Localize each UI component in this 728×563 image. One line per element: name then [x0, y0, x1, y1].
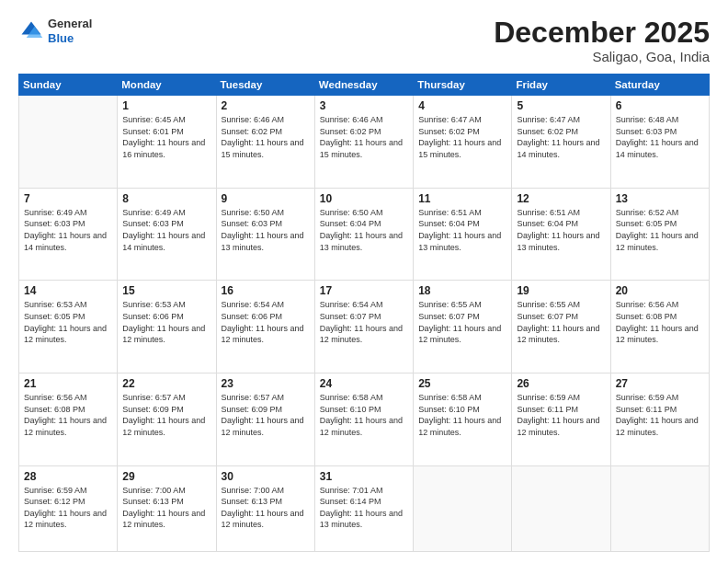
calendar-cell: [19, 96, 118, 189]
calendar-cell: 31Sunrise: 7:01 AM Sunset: 6:14 PM Dayli…: [314, 465, 413, 551]
header: General Blue December 2025 Saligao, Goa,…: [18, 17, 710, 64]
day-info: Sunrise: 6:56 AM Sunset: 6:08 PM Dayligh…: [24, 392, 112, 438]
month-title: December 2025: [494, 17, 710, 49]
logo-blue: Blue: [48, 31, 92, 46]
day-info: Sunrise: 6:59 AM Sunset: 6:12 PM Dayligh…: [24, 485, 112, 531]
calendar-cell: 15Sunrise: 6:53 AM Sunset: 6:06 PM Dayli…: [118, 281, 216, 373]
day-number: 14: [24, 284, 112, 297]
calendar-cell: 27Sunrise: 6:59 AM Sunset: 6:11 PM Dayli…: [610, 373, 709, 466]
day-number: 9: [222, 192, 310, 205]
page: General Blue December 2025 Saligao, Goa,…: [0, 0, 728, 563]
day-number: 28: [24, 470, 112, 483]
day-info: Sunrise: 6:46 AM Sunset: 6:02 PM Dayligh…: [222, 114, 310, 160]
day-info: Sunrise: 6:50 AM Sunset: 6:04 PM Dayligh…: [320, 207, 408, 253]
day-number: 29: [122, 470, 210, 483]
calendar-week-4: 28Sunrise: 6:59 AM Sunset: 6:12 PM Dayli…: [19, 465, 710, 551]
day-info: Sunrise: 6:48 AM Sunset: 6:03 PM Dayligh…: [616, 114, 704, 160]
calendar-week-3: 21Sunrise: 6:56 AM Sunset: 6:08 PM Dayli…: [19, 373, 710, 466]
calendar-cell: 12Sunrise: 6:51 AM Sunset: 6:04 PM Dayli…: [512, 188, 610, 281]
calendar-cell: [512, 465, 610, 551]
calendar-cell: 23Sunrise: 6:57 AM Sunset: 6:09 PM Dayli…: [216, 373, 314, 466]
calendar-cell: 13Sunrise: 6:52 AM Sunset: 6:05 PM Dayli…: [610, 188, 709, 281]
day-number: 13: [616, 192, 704, 205]
day-info: Sunrise: 6:54 AM Sunset: 6:07 PM Dayligh…: [320, 299, 408, 345]
day-number: 6: [616, 99, 704, 112]
day-number: 30: [222, 470, 310, 483]
calendar-cell: 2Sunrise: 6:46 AM Sunset: 6:02 PM Daylig…: [216, 96, 314, 189]
day-number: 26: [517, 377, 605, 390]
calendar-header-row: SundayMondayTuesdayWednesdayThursdayFrid…: [19, 75, 710, 96]
calendar-cell: 21Sunrise: 6:56 AM Sunset: 6:08 PM Dayli…: [19, 373, 118, 466]
calendar-cell: 8Sunrise: 6:49 AM Sunset: 6:03 PM Daylig…: [118, 188, 216, 281]
calendar-week-2: 14Sunrise: 6:53 AM Sunset: 6:05 PM Dayli…: [19, 281, 710, 373]
title-block: December 2025 Saligao, Goa, India: [494, 17, 710, 64]
logo: General Blue: [18, 17, 92, 45]
calendar-cell: 6Sunrise: 6:48 AM Sunset: 6:03 PM Daylig…: [610, 96, 709, 189]
day-info: Sunrise: 6:59 AM Sunset: 6:11 PM Dayligh…: [616, 392, 704, 438]
day-info: Sunrise: 6:59 AM Sunset: 6:11 PM Dayligh…: [517, 392, 605, 438]
calendar-week-1: 7Sunrise: 6:49 AM Sunset: 6:03 PM Daylig…: [19, 188, 710, 281]
day-number: 8: [122, 192, 210, 205]
day-info: Sunrise: 6:45 AM Sunset: 6:01 PM Dayligh…: [122, 114, 210, 160]
calendar-cell: 25Sunrise: 6:58 AM Sunset: 6:10 PM Dayli…: [414, 373, 512, 466]
day-info: Sunrise: 6:51 AM Sunset: 6:04 PM Dayligh…: [517, 207, 605, 253]
day-number: 11: [418, 192, 506, 205]
calendar-cell: 1Sunrise: 6:45 AM Sunset: 6:01 PM Daylig…: [118, 96, 216, 189]
calendar-cell: 5Sunrise: 6:47 AM Sunset: 6:02 PM Daylig…: [512, 96, 610, 189]
calendar-cell: 16Sunrise: 6:54 AM Sunset: 6:06 PM Dayli…: [216, 281, 314, 373]
calendar-cell: [414, 465, 512, 551]
day-number: 12: [517, 192, 605, 205]
day-number: 16: [222, 284, 310, 297]
calendar-cell: 24Sunrise: 6:58 AM Sunset: 6:10 PM Dayli…: [314, 373, 413, 466]
col-header-friday: Friday: [512, 75, 610, 96]
day-number: 25: [418, 377, 506, 390]
col-header-sunday: Sunday: [19, 75, 118, 96]
calendar-cell: 19Sunrise: 6:55 AM Sunset: 6:07 PM Dayli…: [512, 281, 610, 373]
logo-general: General: [48, 17, 92, 31]
day-info: Sunrise: 6:53 AM Sunset: 6:06 PM Dayligh…: [122, 299, 210, 345]
day-number: 18: [418, 284, 506, 297]
day-number: 21: [24, 377, 112, 390]
day-info: Sunrise: 6:52 AM Sunset: 6:05 PM Dayligh…: [616, 207, 704, 253]
day-number: 20: [616, 284, 704, 297]
day-info: Sunrise: 6:47 AM Sunset: 6:02 PM Dayligh…: [418, 114, 506, 160]
day-number: 4: [418, 99, 506, 112]
calendar-cell: 11Sunrise: 6:51 AM Sunset: 6:04 PM Dayli…: [414, 188, 512, 281]
day-info: Sunrise: 6:49 AM Sunset: 6:03 PM Dayligh…: [24, 207, 112, 253]
calendar-cell: 4Sunrise: 6:47 AM Sunset: 6:02 PM Daylig…: [414, 96, 512, 189]
day-info: Sunrise: 7:00 AM Sunset: 6:13 PM Dayligh…: [222, 485, 310, 531]
calendar-cell: 26Sunrise: 6:59 AM Sunset: 6:11 PM Dayli…: [512, 373, 610, 466]
day-number: 24: [320, 377, 408, 390]
day-info: Sunrise: 6:50 AM Sunset: 6:03 PM Dayligh…: [222, 207, 310, 253]
day-number: 10: [320, 192, 408, 205]
calendar-cell: 9Sunrise: 6:50 AM Sunset: 6:03 PM Daylig…: [216, 188, 314, 281]
calendar-cell: 28Sunrise: 6:59 AM Sunset: 6:12 PM Dayli…: [19, 465, 118, 551]
calendar-table: SundayMondayTuesdayWednesdayThursdayFrid…: [18, 74, 710, 552]
calendar-cell: 30Sunrise: 7:00 AM Sunset: 6:13 PM Dayli…: [216, 465, 314, 551]
col-header-thursday: Thursday: [414, 75, 512, 96]
location: Saligao, Goa, India: [494, 49, 710, 64]
day-info: Sunrise: 6:53 AM Sunset: 6:05 PM Dayligh…: [24, 299, 112, 345]
logo-text: General Blue: [48, 17, 92, 45]
day-number: 2: [222, 99, 310, 112]
day-number: 5: [517, 99, 605, 112]
logo-icon: [18, 18, 44, 44]
day-info: Sunrise: 7:01 AM Sunset: 6:14 PM Dayligh…: [320, 485, 408, 531]
calendar-cell: 29Sunrise: 7:00 AM Sunset: 6:13 PM Dayli…: [118, 465, 216, 551]
day-info: Sunrise: 6:51 AM Sunset: 6:04 PM Dayligh…: [418, 207, 506, 253]
day-info: Sunrise: 6:57 AM Sunset: 6:09 PM Dayligh…: [122, 392, 210, 438]
day-number: 31: [320, 470, 408, 483]
calendar-cell: 18Sunrise: 6:55 AM Sunset: 6:07 PM Dayli…: [414, 281, 512, 373]
col-header-saturday: Saturday: [610, 75, 709, 96]
day-info: Sunrise: 6:56 AM Sunset: 6:08 PM Dayligh…: [616, 299, 704, 345]
day-info: Sunrise: 6:57 AM Sunset: 6:09 PM Dayligh…: [222, 392, 310, 438]
day-number: 17: [320, 284, 408, 297]
calendar-cell: 17Sunrise: 6:54 AM Sunset: 6:07 PM Dayli…: [314, 281, 413, 373]
calendar-cell: 22Sunrise: 6:57 AM Sunset: 6:09 PM Dayli…: [118, 373, 216, 466]
day-number: 7: [24, 192, 112, 205]
calendar-cell: 7Sunrise: 6:49 AM Sunset: 6:03 PM Daylig…: [19, 188, 118, 281]
day-info: Sunrise: 6:58 AM Sunset: 6:10 PM Dayligh…: [320, 392, 408, 438]
day-number: 1: [122, 99, 210, 112]
day-info: Sunrise: 6:55 AM Sunset: 6:07 PM Dayligh…: [418, 299, 506, 345]
day-number: 3: [320, 99, 408, 112]
